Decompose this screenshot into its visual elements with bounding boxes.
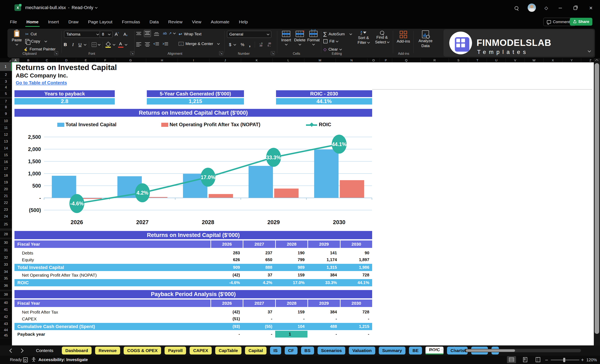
sheet-tab-cogs-opex[interactable]: COGS & OPEX (124, 347, 161, 355)
row-header-18[interactable]: 18 (0, 172, 12, 179)
decrease-indent-button[interactable] (153, 42, 159, 47)
horizontal-scroll-thumb[interactable] (466, 349, 515, 352)
autosum-button[interactable]: ∑ AutoSum (323, 31, 352, 37)
number-format-select[interactable]: General (227, 31, 271, 38)
format-cells-button[interactable]: ⊢⊣ Format (307, 31, 320, 46)
sheet-canvas[interactable]: 1234578910111213141516171819202122232425… (0, 62, 594, 346)
column-header-I[interactable]: I (178, 58, 209, 62)
row-header-42[interactable]: 42 (0, 313, 12, 321)
column-header-F[interactable]: F (95, 58, 115, 62)
insert-dropdown-icon[interactable] (285, 43, 288, 46)
row-header-3[interactable]: 3 (0, 79, 12, 85)
row-header-4[interactable]: 4 (0, 85, 12, 90)
row-header-20[interactable]: 20 (0, 186, 12, 193)
sheet-tab-payroll[interactable]: Payroll (165, 347, 186, 355)
premium-button[interactable]: ◇ (542, 5, 550, 12)
scroll-up-icon[interactable] (595, 59, 599, 62)
column-header-T[interactable]: T (468, 58, 487, 62)
row-header-44[interactable]: 44 (0, 328, 12, 333)
row-header-45[interactable]: 45 (0, 333, 12, 338)
sheet-tab-is[interactable]: IS (270, 347, 281, 355)
find-select-button[interactable]: Find & Select (373, 31, 391, 45)
align-center-button[interactable] (145, 42, 150, 47)
column-header-U[interactable]: U (487, 58, 506, 62)
zoom-slider-thumb[interactable] (563, 358, 565, 362)
avatar[interactable] (528, 3, 536, 12)
row-header-22[interactable]: 22 (0, 200, 12, 206)
increase-indent-button[interactable] (162, 42, 168, 47)
row-header-8[interactable]: 8 (0, 105, 12, 110)
vertical-scrollbar[interactable] (594, 58, 600, 346)
add-ins-button[interactable]: Add-ins (395, 31, 412, 44)
row-header-10[interactable]: 10 (0, 118, 12, 125)
column-header-P[interactable]: P (380, 58, 392, 62)
comma-style-button[interactable]: , (247, 41, 252, 48)
sheet-tab-contents[interactable]: Contents (31, 347, 58, 355)
copy-button[interactable]: Copy (25, 39, 47, 44)
zoom-in-button[interactable]: + (581, 357, 584, 363)
sheet-tab-bs[interactable]: BS (301, 347, 314, 355)
row-header-12[interactable]: 12 (0, 131, 12, 138)
row-header-28[interactable]: 28 (0, 231, 12, 238)
column-header-J[interactable]: J (209, 58, 241, 62)
row-header-33[interactable]: 33 (0, 261, 12, 268)
menu-tab-page-layout[interactable]: Page Layout (88, 18, 113, 25)
row-header-13[interactable]: 13 (0, 138, 12, 145)
vertical-scroll-thumb[interactable] (595, 63, 599, 334)
horizontal-scrollbar[interactable] (464, 349, 581, 352)
column-header-D[interactable]: D (57, 58, 76, 62)
font-name-select[interactable]: Tahoma (64, 31, 101, 38)
column-header-O[interactable]: O (367, 58, 380, 62)
underline-dropdown[interactable] (83, 41, 87, 48)
page-break-view-button[interactable] (534, 356, 543, 363)
delete-cells-button[interactable]: × Delete (293, 31, 306, 46)
column-header-E[interactable]: E (76, 58, 95, 62)
bold-button[interactable]: B (62, 41, 69, 48)
top-align-button[interactable] (136, 32, 141, 37)
column-header-H[interactable]: H (146, 58, 178, 62)
sheet-tab-dashboard[interactable]: Dashboard (62, 347, 92, 355)
borders-button[interactable] (91, 41, 97, 48)
menu-tab-formulas[interactable]: Formulas (122, 18, 141, 25)
macro-record-icon[interactable] (23, 357, 28, 362)
row-header-1[interactable]: 1 (0, 62, 12, 71)
middle-align-button[interactable] (144, 30, 151, 37)
format-dropdown-icon[interactable] (312, 43, 315, 46)
font-size-select[interactable]: 8 (100, 31, 112, 38)
sort-filter-button[interactable]: AZ Sort & Filter (355, 31, 372, 45)
decrease-decimal-button[interactable]: .00 0→ (266, 41, 273, 48)
row-header-30[interactable]: 30 (0, 239, 12, 246)
shrink-font-button[interactable]: Av (122, 31, 129, 38)
orientation-dropdown-icon[interactable] (173, 32, 176, 34)
bottom-align-button[interactable] (154, 32, 159, 37)
sheet-tab-scenarios[interactable]: Scenarios (318, 347, 345, 355)
row-header-2[interactable]: 2 (0, 71, 12, 79)
orientation-button[interactable]: ab↗ (163, 31, 175, 36)
insert-cells-button[interactable]: ← Insert (280, 31, 293, 46)
sheet-tab-captable[interactable]: CapTable (215, 347, 242, 355)
more-tabs-button[interactable]: ••• (431, 348, 437, 353)
menu-tab-data[interactable]: Data (149, 18, 159, 25)
row-header-34[interactable]: 34 (0, 268, 12, 276)
wrap-text-button[interactable]: ↩ Wrap Text (179, 32, 202, 36)
clipboard-dialog-launcher[interactable]: ↘ (54, 51, 58, 55)
accounting-format-button[interactable]: $ (227, 41, 233, 48)
row-header-23[interactable]: 23 (0, 206, 12, 213)
normal-view-button[interactable] (507, 356, 516, 363)
merge-center-button[interactable]: ↔ Merge & Center (179, 42, 219, 46)
sheet-tab-valuation[interactable]: Valuation (349, 347, 375, 355)
column-header-A[interactable]: A (12, 58, 19, 62)
row-header-15[interactable]: 15 (0, 152, 12, 159)
fill-color-dropdown[interactable] (112, 41, 116, 48)
tabs-menu-icon[interactable]: ⋮ (452, 347, 454, 349)
analyze-data-button[interactable]: Analyze Data (416, 30, 435, 48)
row-header-25[interactable]: 25 (0, 220, 12, 229)
sheet-tab-capital[interactable]: Capital (245, 347, 266, 355)
borders-dropdown[interactable] (97, 41, 101, 48)
sheet-tab-revenue[interactable]: Revenue (95, 347, 120, 355)
underline-button[interactable]: U (77, 41, 83, 48)
copy-dropdown-icon[interactable] (45, 40, 47, 42)
percent-style-button[interactable]: % (239, 41, 246, 48)
alignment-dialog-launcher[interactable]: ↘ (219, 51, 223, 55)
column-header-N[interactable]: N (336, 58, 367, 62)
